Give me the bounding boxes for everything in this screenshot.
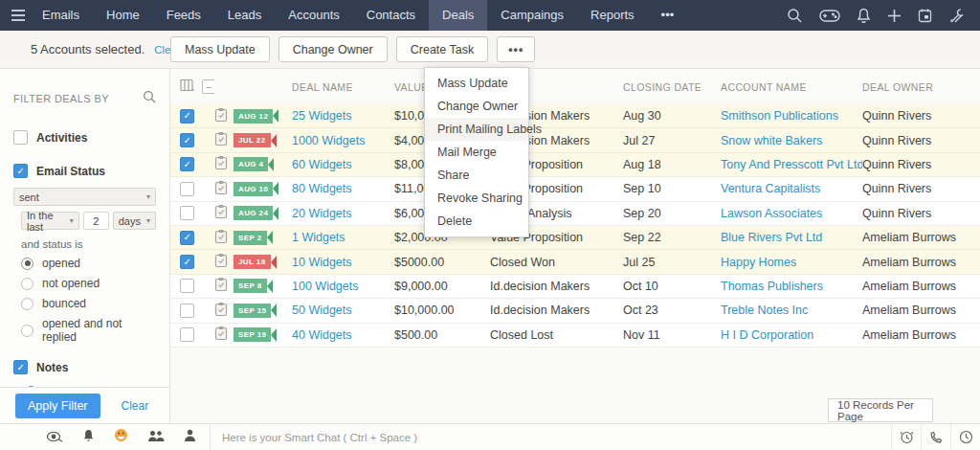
plus-icon[interactable] (887, 9, 902, 23)
deal-name-link[interactable]: 10 Widgets (292, 256, 352, 269)
menu-item-change-owner[interactable]: Change Owner (425, 95, 528, 118)
account-name-link[interactable]: Treble Notes Inc (721, 304, 808, 317)
email-type-select[interactable]: sent▾ (13, 188, 156, 206)
nav-item-deals[interactable]: Deals (429, 0, 487, 31)
more-actions-button[interactable]: ••• (497, 36, 535, 62)
task-clipboard-icon[interactable] (214, 204, 228, 222)
table-row[interactable]: AUG 24 20 Widgets $6,000.00 Needs Analys… (170, 202, 980, 226)
task-clipboard-icon[interactable] (214, 253, 228, 271)
email-status-radio-not-opened[interactable] (21, 278, 33, 290)
task-clipboard-icon[interactable] (214, 107, 228, 125)
account-name-link[interactable]: Smithson Publications (721, 109, 838, 123)
row-checkbox[interactable] (180, 255, 194, 269)
table-row[interactable]: SEP 8 100 Widgets $9,000.00 Id.decision … (170, 275, 980, 299)
account-name-link[interactable]: Happy Homes (721, 256, 796, 269)
nav-item-[interactable]: ••• (648, 0, 688, 31)
nav-item-contacts[interactable]: Contacts (353, 0, 429, 31)
table-row[interactable]: SEP 19 40 Widgets $500.00 Closed Lost No… (170, 324, 980, 348)
nav-item-campaings[interactable]: Campaings (487, 0, 577, 31)
calendar-icon[interactable] (918, 8, 932, 23)
task-clipboard-icon[interactable] (214, 131, 228, 149)
email-status-radio-bounced[interactable] (21, 298, 33, 310)
clear-filter-link[interactable]: Clear (122, 399, 149, 413)
col-header-closing-date[interactable]: CLOSING DATE (623, 81, 702, 93)
deal-name-link[interactable]: 50 Widgets (292, 304, 352, 317)
table-row[interactable]: AUG 4 60 Widgets $8,000.00 Value Proposi… (170, 153, 980, 177)
table-row[interactable]: JUL 18 10 Widgets $5000.00 Closed Won Ju… (170, 250, 980, 274)
account-name-link[interactable]: Lawson Associates (721, 207, 822, 220)
smart-chat-input[interactable] (222, 432, 605, 443)
reminder-alarm-icon[interactable] (891, 424, 921, 450)
task-clipboard-icon[interactable] (214, 326, 228, 344)
row-checkbox[interactable] (180, 157, 194, 171)
email-status-radio-opened-and-not-replied[interactable] (21, 325, 33, 337)
gamepad-icon[interactable] (819, 9, 840, 23)
row-checkbox[interactable] (180, 279, 194, 293)
history-clock-icon[interactable] (950, 424, 980, 450)
nav-item-feeds[interactable]: Feeds (153, 0, 214, 31)
task-clipboard-icon[interactable] (214, 302, 228, 320)
menu-item-print-mailing-labels[interactable]: Print Mailing Labels (425, 118, 528, 141)
row-checkbox[interactable] (180, 304, 194, 318)
row-checkbox[interactable] (180, 133, 194, 147)
task-clipboard-icon[interactable] (214, 180, 228, 198)
account-name-link[interactable]: Tony And Presscott Pvt Ltd (721, 158, 862, 171)
group-chat-icon[interactable] (147, 429, 165, 446)
account-name-link[interactable]: Snow white Bakers (721, 134, 822, 147)
select-all-checkbox[interactable] (202, 79, 214, 94)
deal-name-link[interactable]: 40 Widgets (292, 328, 352, 342)
menu-item-mass-update[interactable]: Mass Update (425, 72, 528, 95)
activities-checkbox[interactable] (13, 130, 28, 145)
nav-item-reports[interactable]: Reports (577, 0, 648, 31)
deal-name-link[interactable]: 1000 Widgets (292, 134, 365, 147)
col-header-deal-name[interactable]: DEAL NAME (292, 81, 353, 93)
table-row[interactable]: SEP 2 1 Widgets $2,000.00 Value Proposit… (170, 226, 980, 250)
deal-name-link[interactable]: 80 Widgets (292, 182, 352, 195)
task-clipboard-icon[interactable] (214, 277, 228, 295)
nav-item-accounts[interactable]: Accounts (275, 0, 352, 31)
apply-filter-button[interactable]: Apply Filter (15, 394, 100, 418)
column-manager-icon[interactable] (180, 79, 195, 96)
email-status-radio-opened[interactable] (21, 258, 33, 270)
emoji-face-icon[interactable] (114, 428, 128, 446)
chat-bell-icon[interactable] (82, 429, 95, 446)
table-row[interactable]: SEP 15 50 Widgets $10,000.00 Id.decision… (170, 299, 980, 323)
change-owner-button[interactable]: Change Owner (278, 36, 388, 62)
tools-icon[interactable] (948, 8, 965, 24)
col-header-deal-owner[interactable]: DEAL OWNER (862, 81, 933, 93)
account-name-link[interactable]: H I D Corporation (721, 328, 813, 342)
deal-name-link[interactable]: 1 Widgets (292, 231, 345, 244)
create-task-button[interactable]: Create Task (396, 36, 488, 62)
presence-eye-icon[interactable] (46, 429, 63, 446)
account-name-link[interactable]: Blue Rivers Pvt Ltd (721, 231, 822, 244)
menu-item-revoke-sharing[interactable]: Revoke Sharing (425, 187, 528, 210)
menu-item-mail-merge[interactable]: Mail Merge (425, 141, 528, 164)
menu-item-share[interactable]: Share (425, 164, 528, 187)
contacts-person-icon[interactable] (184, 429, 196, 446)
task-clipboard-icon[interactable] (214, 155, 228, 173)
email-unit-select[interactable]: days▾ (113, 212, 156, 230)
bell-icon[interactable] (857, 8, 871, 23)
account-name-link[interactable]: Ventura Capitalists (721, 182, 820, 195)
nav-item-home[interactable]: Home (93, 0, 153, 31)
email-status-checkbox[interactable] (13, 164, 28, 178)
deal-name-link[interactable]: 20 Widgets (292, 207, 352, 220)
account-name-link[interactable]: Thomas Publishers (721, 280, 823, 293)
row-checkbox[interactable] (180, 231, 194, 245)
row-checkbox[interactable] (180, 109, 194, 124)
table-row[interactable]: AUG 10 80 Widgets $11,000.00 Value Propo… (170, 177, 980, 201)
phone-icon[interactable] (921, 424, 950, 450)
col-header-account-name[interactable]: ACCOUNT NAME (721, 81, 807, 93)
table-row[interactable]: JUL 22 1000 Widgets $4,000.00 Id.decisio… (170, 128, 980, 152)
filter-search-icon[interactable] (143, 90, 156, 107)
table-row[interactable]: AUG 12 25 Widgets $10,000.00 Id.decision… (170, 104, 980, 128)
row-checkbox[interactable] (180, 206, 194, 220)
row-checkbox[interactable] (180, 327, 194, 342)
menu-item-delete[interactable]: Delete (425, 210, 528, 233)
mass-update-button[interactable]: Mass Update (170, 36, 270, 62)
nav-item-emails[interactable]: Emails (29, 0, 93, 31)
hamburger-menu-icon[interactable] (0, 10, 29, 21)
records-per-page-select[interactable]: 10 Records Per Page (828, 398, 933, 422)
row-checkbox[interactable] (180, 182, 194, 196)
deal-name-link[interactable]: 60 Widgets (292, 158, 352, 171)
